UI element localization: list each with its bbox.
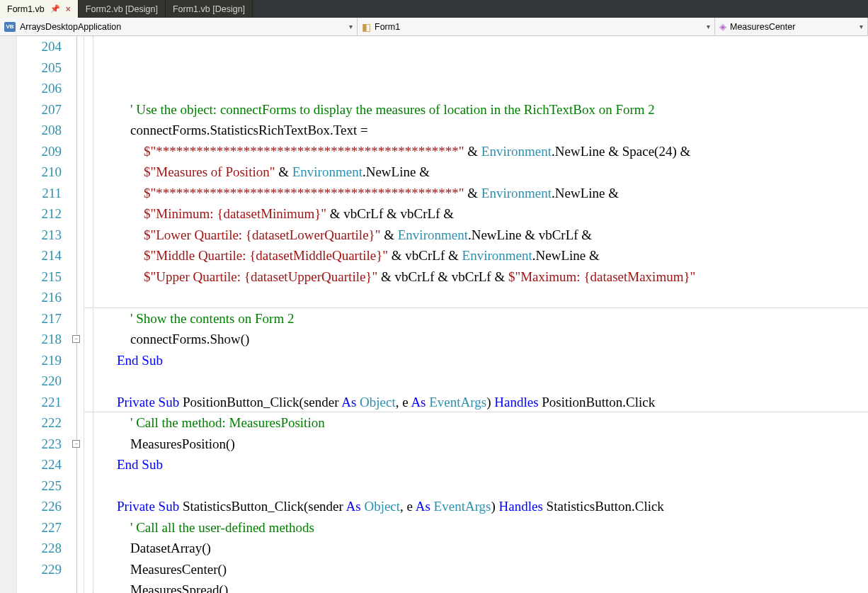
fold-toggle[interactable]: − [72,440,80,448]
line-number: 221 [17,392,62,413]
document-tabbar: Form1.vb 📌 × Form2.vb [Design] Form1.vb … [0,0,868,18]
class-dropdown[interactable]: ◧ Form1 ▾ [358,18,715,35]
code-line[interactable]: $"Minimum: {datasetMinimum}" & vbCrLf & … [84,203,868,225]
code-line[interactable]: MeasuresCenter() [84,559,868,580]
method-icon: ◈ [719,21,726,32]
namespace-label: ArraysDesktopApplication [20,22,121,32]
code-line[interactable]: connectForms.StatisticsRichTextBox.Text … [84,120,868,141]
member-dropdown[interactable]: ◈ MeasuresCenter ▾ [715,18,868,35]
line-number: 210 [17,162,62,183]
code-line[interactable]: ' Call all the user-defined methods [84,517,868,538]
pin-icon[interactable]: 📌 [50,4,60,13]
line-number: 228 [17,538,62,559]
code-editor[interactable]: 2042052062072082092102112122132142152162… [0,36,868,593]
indent-guide [93,36,93,593]
line-number: 218 [17,329,62,350]
code-line[interactable] [84,287,868,308]
method-separator [84,307,868,308]
line-number: 224 [17,454,62,475]
line-number: 212 [17,203,62,225]
method-separator [84,412,868,412]
line-number: 205 [17,57,62,79]
code-line[interactable]: End Sub [84,350,868,371]
close-icon[interactable]: × [66,4,71,14]
code-line[interactable]: $"Upper Quartile: {datasetUpperQuartile}… [84,266,868,288]
code-line[interactable]: MeasuresSpread() [84,580,868,593]
tab-label: Form2.vb [Design] [86,4,158,14]
member-label: MeasuresCenter [730,22,795,32]
code-line[interactable]: connectForms.Show() [84,329,868,350]
code-line[interactable]: ' Show the contents on Form 2 [84,308,868,329]
code-line[interactable]: Private Sub PositionButton_Click(sender … [84,392,868,413]
code-line[interactable] [84,475,868,497]
fold-guideline [76,36,77,593]
line-number: 226 [17,496,62,517]
indicator-margin [0,36,17,593]
chevron-down-icon: ▾ [349,23,353,30]
code-line[interactable]: $"**************************************… [84,183,868,204]
namespace-dropdown[interactable]: VB ArraysDesktopApplication ▾ [0,18,358,35]
line-number: 211 [17,183,62,204]
line-number-gutter: 2042052062072082092102112122132142152162… [17,36,69,593]
line-number: 213 [17,225,62,246]
code-line[interactable]: End Sub [84,454,868,475]
vb-project-icon: VB [4,22,16,32]
chevron-down-icon: ▾ [707,23,710,30]
line-number: 214 [17,245,62,266]
code-line[interactable]: $"Middle Quartile: {datasetMiddleQuartil… [84,245,868,266]
line-number: 209 [17,141,62,162]
tab-form1-design[interactable]: Form1.vb [Design] [166,0,253,18]
code-line[interactable]: ' Use the object: connectForms to displa… [84,99,868,120]
line-number: 215 [17,266,62,288]
tab-label: Form1.vb [7,4,45,14]
line-number: 204 [17,36,62,57]
line-number: 206 [17,78,62,99]
line-number: 219 [17,350,62,371]
line-number: 229 [17,559,62,580]
navigation-bar: VB ArraysDesktopApplication ▾ ◧ Form1 ▾ … [0,18,868,36]
line-number: 225 [17,475,62,497]
tab-label: Form1.vb [Design] [173,4,245,14]
tab-form1-vb[interactable]: Form1.vb 📌 × [0,0,79,18]
code-line[interactable]: $"**************************************… [84,141,868,162]
code-line[interactable] [84,371,868,392]
code-area[interactable]: ' Use the object: connectForms to displa… [84,36,868,593]
code-line[interactable]: Private Sub StatisticsButton_Click(sende… [84,496,868,517]
tab-form2-design[interactable]: Form2.vb [Design] [79,0,166,18]
code-line[interactable]: $"Lower Quartile: {datasetLowerQuartile}… [84,225,868,246]
line-number: 220 [17,371,62,392]
class-icon: ◧ [362,21,371,33]
line-number: 222 [17,412,62,434]
code-line[interactable]: $"Measures of Position" & Environment.Ne… [84,162,868,183]
fold-toggle[interactable]: − [72,335,80,343]
code-line[interactable]: DatasetArray() [84,538,868,559]
line-number: 217 [17,308,62,329]
code-line[interactable]: ' Call the method: MeasuresPosition [84,412,868,434]
line-number: 227 [17,517,62,538]
tabbar-empty [253,0,868,18]
class-label: Form1 [375,22,400,32]
line-number: 223 [17,434,62,455]
line-number: 207 [17,99,62,120]
outlining-margin: −− [69,36,84,593]
line-number: 216 [17,287,62,308]
line-number: 208 [17,120,62,141]
chevron-down-icon: ▾ [860,23,863,30]
code-line[interactable]: MeasuresPosition() [84,434,868,455]
